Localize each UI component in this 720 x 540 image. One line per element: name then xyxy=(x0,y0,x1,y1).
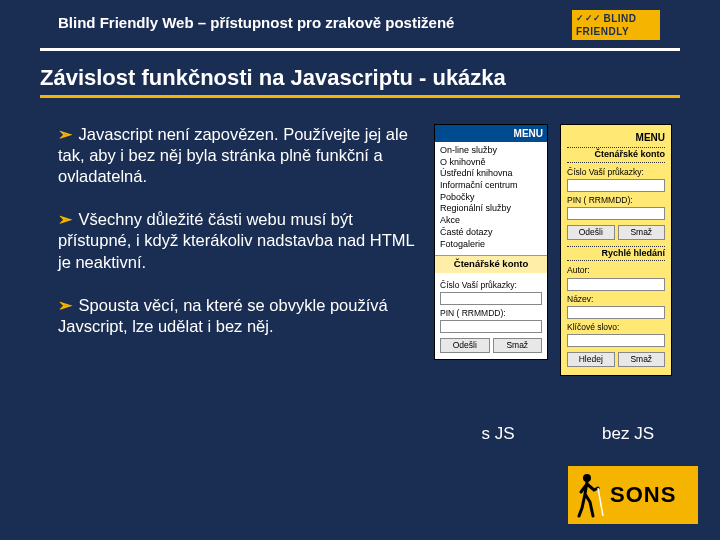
logo-line1: BLIND xyxy=(604,12,637,25)
title-input xyxy=(567,306,665,319)
section-title: Závislost funkčnosti na Javascriptu - uk… xyxy=(40,65,680,91)
account-header: Čtenářské konto xyxy=(435,255,547,272)
pin-input xyxy=(567,207,665,220)
menu-item: Ústřední knihovna xyxy=(440,168,542,180)
menu-item: On-line služby xyxy=(440,145,542,157)
bullet-arrow-icon: ➢ xyxy=(58,210,72,228)
menu-item: Časté dotazy xyxy=(440,227,542,239)
walking-figure-icon xyxy=(574,472,604,518)
keyword-input xyxy=(567,334,665,347)
figure-with-js: MENU On-line služby O knihovně Ústřední … xyxy=(434,124,548,376)
section-header: Rychlé hledání xyxy=(567,246,665,262)
field-label: Klíčové slovo: xyxy=(567,322,665,333)
bullet-text: Javascript není zapovězen. Používejte je… xyxy=(58,125,408,185)
caption-with-js: s JS xyxy=(468,424,528,444)
clear-button: Smaž xyxy=(618,225,666,240)
section-header: Čtenářské konto xyxy=(567,147,665,163)
submit-button: Odešli xyxy=(567,225,615,240)
field-label: Číslo Vaší průkazky: xyxy=(440,280,542,291)
bullet-list: ➢ Javascript není zapovězen. Používejte … xyxy=(58,124,422,376)
menu-item: Fotogalerie xyxy=(440,239,542,251)
menu-item: O knihovně xyxy=(440,157,542,169)
field-label: Autor: xyxy=(567,265,665,276)
svg-line-1 xyxy=(598,488,603,516)
menu-item: Regionální služby xyxy=(440,203,542,215)
header-divider xyxy=(40,48,680,51)
menu-item: Informační centrum xyxy=(440,180,542,192)
field-label: PIN ( RRMMDD): xyxy=(567,195,665,206)
search-button: Hledej xyxy=(567,352,615,367)
bullet-text: Všechny důležité části webu musí být pří… xyxy=(58,210,414,270)
bullet-item: ➢ Všechny důležité části webu musí být p… xyxy=(58,209,422,272)
logo-line2: FRIENDLY xyxy=(576,25,629,38)
menu-items: On-line služby O knihovně Ústřední kniho… xyxy=(435,142,547,255)
bullet-arrow-icon: ➢ xyxy=(58,296,72,314)
clear-button: Smaž xyxy=(493,338,543,353)
slide-header-title: Blind Friendly Web – přístupnost pro zra… xyxy=(58,8,454,31)
author-input xyxy=(567,278,665,291)
menu-item: Akce xyxy=(440,215,542,227)
field-label: PIN ( RRMMDD): xyxy=(440,308,542,319)
submit-button: Odešli xyxy=(440,338,490,353)
figure-without-js: MENU Čtenářské konto Číslo Vaší průkazky… xyxy=(560,124,672,376)
sons-logo: SONS xyxy=(568,466,698,524)
field-label: Název: xyxy=(567,294,665,305)
blind-friendly-logo: ✓✓✓BLIND FRIENDLY xyxy=(570,8,662,42)
menu-header: MENU xyxy=(435,125,547,142)
menu-item: Pobočky xyxy=(440,192,542,204)
caption-without-js: bez JS xyxy=(588,424,668,444)
sons-text: SONS xyxy=(610,482,676,508)
menu-header: MENU xyxy=(567,131,665,144)
field-label: Číslo Vaší průkazky: xyxy=(567,167,665,178)
bullet-text: Spousta věcí, na které se obvykle použív… xyxy=(58,296,388,335)
bullet-item: ➢ Spousta věcí, na které se obvykle použ… xyxy=(58,295,422,337)
pin-input xyxy=(440,320,542,333)
bullet-arrow-icon: ➢ xyxy=(58,125,72,143)
clear-button: Smaž xyxy=(618,352,666,367)
bullet-item: ➢ Javascript není zapovězen. Používejte … xyxy=(58,124,422,187)
card-number-input xyxy=(440,292,542,305)
card-number-input xyxy=(567,179,665,192)
